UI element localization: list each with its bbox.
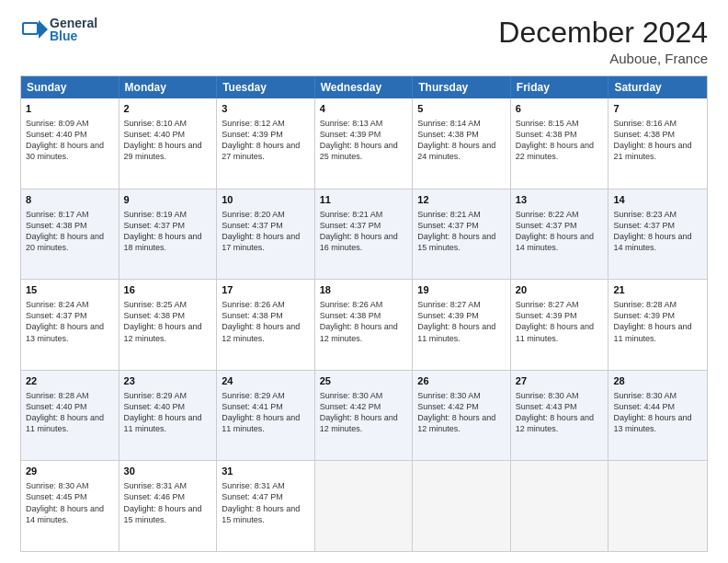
sunset-label: Sunset: 4:39 PM — [320, 130, 381, 139]
day-number: 20 — [516, 283, 604, 297]
day-cell: 29Sunrise: 8:30 AMSunset: 4:45 PMDayligh… — [21, 461, 119, 551]
day-cell: 6Sunrise: 8:15 AMSunset: 4:38 PMDaylight… — [511, 98, 609, 189]
daylight-label: Daylight: 8 hours and 12 minutes. — [320, 413, 398, 433]
sunset-label: Sunset: 4:38 PM — [124, 311, 186, 320]
sunset-label: Sunset: 4:38 PM — [222, 311, 283, 320]
daylight-label: Daylight: 8 hours and 11 minutes. — [417, 322, 495, 342]
sunrise-label: Sunrise: 8:21 AM — [320, 210, 383, 219]
day-number: 16 — [124, 283, 212, 297]
sunset-label: Sunset: 4:40 PM — [26, 402, 87, 411]
sunrise-label: Sunrise: 8:30 AM — [320, 391, 383, 400]
sunset-label: Sunset: 4:40 PM — [124, 402, 186, 411]
sunset-label: Sunset: 4:38 PM — [26, 221, 87, 230]
header-monday: Monday — [119, 76, 218, 98]
daylight-label: Daylight: 8 hours and 13 minutes. — [613, 413, 691, 433]
day-number: 7 — [613, 102, 702, 116]
calendar-header: Sunday Monday Tuesday Wednesday Thursday… — [21, 76, 707, 98]
sunrise-label: Sunrise: 8:23 AM — [613, 210, 677, 219]
daylight-label: Daylight: 8 hours and 27 minutes. — [222, 141, 300, 161]
sunset-label: Sunset: 4:37 PM — [320, 221, 381, 230]
page: General Blue December 2024 Auboue, Franc… — [0, 0, 728, 563]
daylight-label: Daylight: 8 hours and 18 minutes. — [124, 232, 202, 252]
sunrise-label: Sunrise: 8:14 AM — [417, 119, 481, 128]
daylight-label: Daylight: 8 hours and 11 minutes. — [26, 413, 104, 433]
day-cell: 3Sunrise: 8:12 AMSunset: 4:39 PMDaylight… — [217, 98, 315, 189]
day-number: 12 — [417, 193, 506, 207]
day-number: 9 — [124, 193, 212, 207]
sunset-label: Sunset: 4:38 PM — [417, 130, 479, 139]
calendar-body: 1Sunrise: 8:09 AMSunset: 4:40 PMDaylight… — [21, 98, 707, 551]
page-subtitle: Auboue, France — [498, 51, 708, 66]
day-number: 8 — [26, 193, 114, 207]
day-cell: 30Sunrise: 8:31 AMSunset: 4:46 PMDayligh… — [119, 461, 218, 551]
sunrise-label: Sunrise: 8:26 AM — [222, 300, 285, 309]
daylight-label: Daylight: 8 hours and 30 minutes. — [26, 141, 104, 161]
empty-cell — [413, 461, 511, 551]
day-number: 27 — [516, 374, 604, 388]
day-cell: 23Sunrise: 8:29 AMSunset: 4:40 PMDayligh… — [119, 371, 218, 461]
sunset-label: Sunset: 4:39 PM — [417, 311, 479, 320]
day-cell: 4Sunrise: 8:13 AMSunset: 4:39 PMDaylight… — [315, 98, 414, 189]
daylight-label: Daylight: 8 hours and 14 minutes. — [516, 232, 594, 252]
sunset-label: Sunset: 4:37 PM — [124, 221, 186, 230]
day-cell: 12Sunrise: 8:21 AMSunset: 4:37 PMDayligh… — [413, 190, 511, 280]
day-number: 28 — [613, 374, 702, 388]
day-number: 26 — [417, 374, 506, 388]
day-number: 21 — [613, 283, 702, 297]
sunset-label: Sunset: 4:44 PM — [613, 402, 675, 411]
daylight-label: Daylight: 8 hours and 25 minutes. — [320, 141, 398, 161]
day-number: 18 — [320, 283, 408, 297]
day-cell: 31Sunrise: 8:31 AMSunset: 4:47 PMDayligh… — [217, 461, 315, 551]
day-cell: 16Sunrise: 8:25 AMSunset: 4:38 PMDayligh… — [119, 280, 218, 370]
logo-icon — [20, 17, 50, 42]
day-cell: 1Sunrise: 8:09 AMSunset: 4:40 PMDaylight… — [21, 98, 119, 189]
sunset-label: Sunset: 4:39 PM — [516, 311, 577, 320]
day-cell: 5Sunrise: 8:14 AMSunset: 4:38 PMDaylight… — [413, 98, 511, 189]
day-cell: 18Sunrise: 8:26 AMSunset: 4:38 PMDayligh… — [315, 280, 414, 370]
day-cell: 17Sunrise: 8:26 AMSunset: 4:38 PMDayligh… — [217, 280, 315, 370]
calendar-row: 1Sunrise: 8:09 AMSunset: 4:40 PMDaylight… — [21, 98, 707, 190]
header: General Blue December 2024 Auboue, Franc… — [20, 17, 708, 66]
header-wednesday: Wednesday — [315, 76, 414, 98]
day-number: 24 — [222, 374, 310, 388]
day-number: 23 — [124, 374, 212, 388]
day-cell: 27Sunrise: 8:30 AMSunset: 4:43 PMDayligh… — [511, 371, 609, 461]
day-number: 14 — [613, 193, 702, 207]
sunrise-label: Sunrise: 8:13 AM — [320, 119, 383, 128]
sunset-label: Sunset: 4:42 PM — [417, 402, 479, 411]
daylight-label: Daylight: 8 hours and 14 minutes. — [613, 232, 691, 252]
header-thursday: Thursday — [413, 76, 511, 98]
header-saturday: Saturday — [609, 76, 707, 98]
day-number: 17 — [222, 283, 310, 297]
daylight-label: Daylight: 8 hours and 11 minutes. — [613, 322, 691, 342]
header-tuesday: Tuesday — [217, 76, 315, 98]
day-number: 4 — [320, 102, 408, 116]
sunset-label: Sunset: 4:43 PM — [516, 402, 577, 411]
sunrise-label: Sunrise: 8:16 AM — [613, 119, 677, 128]
daylight-label: Daylight: 8 hours and 12 minutes. — [516, 413, 594, 433]
day-cell: 15Sunrise: 8:24 AMSunset: 4:37 PMDayligh… — [21, 280, 119, 370]
sunrise-label: Sunrise: 8:28 AM — [26, 391, 89, 400]
sunset-label: Sunset: 4:38 PM — [320, 311, 381, 320]
sunset-label: Sunset: 4:40 PM — [124, 130, 186, 139]
sunset-label: Sunset: 4:46 PM — [124, 492, 186, 501]
day-cell: 20Sunrise: 8:27 AMSunset: 4:39 PMDayligh… — [511, 280, 609, 370]
sunrise-label: Sunrise: 8:30 AM — [417, 391, 481, 400]
daylight-label: Daylight: 8 hours and 12 minutes. — [222, 322, 300, 342]
daylight-label: Daylight: 8 hours and 15 minutes. — [124, 504, 202, 524]
daylight-label: Daylight: 8 hours and 20 minutes. — [26, 232, 104, 252]
sunrise-label: Sunrise: 8:29 AM — [222, 391, 285, 400]
daylight-label: Daylight: 8 hours and 14 minutes. — [26, 504, 104, 524]
day-number: 30 — [124, 465, 212, 478]
daylight-label: Daylight: 8 hours and 17 minutes. — [222, 232, 300, 252]
day-cell: 22Sunrise: 8:28 AMSunset: 4:40 PMDayligh… — [21, 371, 119, 461]
sunrise-label: Sunrise: 8:24 AM — [26, 300, 89, 309]
day-cell: 11Sunrise: 8:21 AMSunset: 4:37 PMDayligh… — [315, 190, 414, 280]
daylight-label: Daylight: 8 hours and 12 minutes. — [124, 322, 202, 342]
sunset-label: Sunset: 4:37 PM — [417, 221, 479, 230]
sunset-label: Sunset: 4:37 PM — [222, 221, 283, 230]
sunrise-label: Sunrise: 8:31 AM — [222, 481, 285, 490]
sunrise-label: Sunrise: 8:19 AM — [124, 210, 188, 219]
day-number: 6 — [516, 102, 604, 116]
sunrise-label: Sunrise: 8:15 AM — [516, 119, 579, 128]
